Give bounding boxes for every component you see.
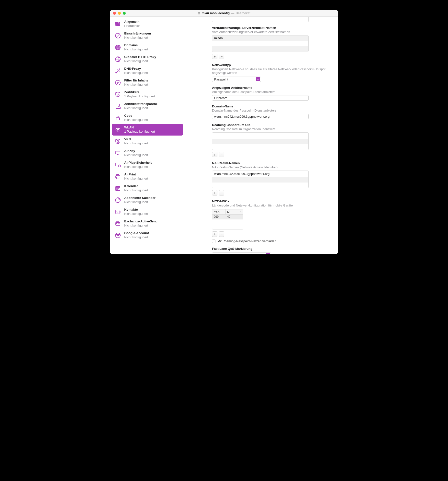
sidebar-item-code[interactable]: CodeNicht konfiguriert <box>112 112 183 124</box>
remove-button[interactable]: − <box>219 54 224 59</box>
svg-rect-23 <box>117 141 119 142</box>
list-row[interactable] <box>212 139 308 144</box>
sort-icon: ^ <box>240 211 241 213</box>
sidebar-item-exchange-activesync[interactable]: Exchange-ActiveSyncNicht konfiguriert <box>112 218 183 229</box>
sidebar-item-sub: 1 Payload konfiguriert <box>124 94 155 99</box>
list-row[interactable] <box>212 41 308 46</box>
zoom-button[interactable] <box>123 12 126 15</box>
sidebar-item-kalender[interactable]: KalenderNicht konfiguriert <box>112 183 183 194</box>
sidebar-item-filter-f-r-inhalte[interactable]: Filter für InhalteNicht konfiguriert <box>112 77 183 89</box>
section-desc: Roaming Consortium Organization Identifi… <box>212 127 332 131</box>
list-row[interactable]: misdn <box>212 35 308 41</box>
cal-sub-icon <box>114 197 121 204</box>
roaming-oi-section: Roaming Consortium OIs Roaming Consortiu… <box>212 123 332 157</box>
close-button[interactable] <box>113 12 116 15</box>
printer-icon <box>114 173 121 180</box>
svg-line-5 <box>116 34 120 37</box>
svg-rect-27 <box>116 176 120 178</box>
network-type-select[interactable]: Passpoint <box>212 77 261 82</box>
sidebar-item-sub: Nicht konfiguriert <box>124 59 156 63</box>
svg-point-33 <box>117 188 118 189</box>
list-row[interactable] <box>212 177 308 183</box>
sidebar-item-domains[interactable]: DomainsNicht konfiguriert <box>112 42 183 53</box>
content-pane[interactable]: Vertrauenswürdige Serverzertifikat-Namen… <box>185 17 338 254</box>
chevron-updown-icon <box>256 77 260 81</box>
list-row[interactable]: wlan.mnc042.mcc999.3gppnetwork.org <box>212 171 308 177</box>
section-desc: Domain-Name des Passpoint-Dienstanbieter… <box>212 109 332 112</box>
domain-name-section: Domain-Name Domain-Name des Passpoint-Di… <box>212 104 332 119</box>
sidebar-item-zertifikatstransparenz[interactable]: ZertifikatstransparenzNicht konfiguriert <box>112 100 183 112</box>
remove-button[interactable]: − <box>219 190 224 195</box>
list-row-empty[interactable] <box>212 17 308 22</box>
sidebar-item-globaler-http-proxy[interactable]: Globaler HTTP-ProxyNicht konfiguriert <box>112 53 183 65</box>
section-desc: Konfiguriert Netzwerke so, dass sie als … <box>212 67 332 75</box>
header-mnc[interactable]: M…^ <box>226 209 243 214</box>
sidebar-item-airplay[interactable]: AirPlayNicht konfiguriert <box>112 147 183 159</box>
svg-point-13 <box>119 69 120 70</box>
svg-rect-30 <box>116 186 120 191</box>
provider-name-section: Angezeigter Anbietername Anzeigename des… <box>212 86 332 101</box>
sidebar-item-sub: Nicht konfiguriert <box>124 165 152 169</box>
mccmnc-table[interactable]: MCC M…^ 999 42 <box>212 209 243 229</box>
add-button[interactable]: + <box>212 231 217 237</box>
section-desc: Anzeigename des Passpoint-Dienstanbieter… <box>212 90 332 94</box>
add-button[interactable]: + <box>212 190 217 195</box>
checkbox[interactable] <box>212 240 215 243</box>
section-desc: NAI-Realm-Namen (Network Access Identifi… <box>212 165 332 169</box>
sidebar-item-sub: Nicht konfiguriert <box>124 200 156 204</box>
table-row[interactable]: 999 42 <box>212 215 243 219</box>
nai-realm-section: NAI-Realm-Namen NAI-Realm-Namen (Network… <box>212 161 332 195</box>
sidebar-item-sub: Nicht konfiguriert <box>124 36 151 40</box>
sidebar[interactable]: AllgemeinErforderlichEinschränkungenNich… <box>110 17 185 254</box>
sidebar-item-sub: Nicht konfiguriert <box>124 153 148 157</box>
sidebar-item-zertifikate[interactable]: Zertifikate1 Payload konfiguriert <box>112 89 183 100</box>
header-mcc[interactable]: MCC <box>212 209 226 214</box>
list-row[interactable] <box>212 46 308 52</box>
fastlane-select[interactable]: QoS-Markierung nicht beschränken <box>212 252 271 254</box>
sidebar-item-abonnierte-kalender[interactable]: Abonnierte KalenderNicht konfiguriert <box>112 194 183 206</box>
svg-text:@: @ <box>119 211 121 213</box>
trusted-cert-list[interactable]: misdn <box>212 35 309 52</box>
add-button[interactable]: + <box>212 152 217 157</box>
sidebar-item-sub: Nicht konfiguriert <box>124 141 148 146</box>
list-row[interactable] <box>212 183 308 188</box>
remove-button[interactable]: − <box>219 231 224 237</box>
sidebar-item-einschr-nkungen[interactable]: EinschränkungenNicht konfiguriert <box>112 30 183 42</box>
sidebar-item-sub: 1 Payload konfiguriert <box>124 130 155 134</box>
svg-rect-21 <box>116 118 120 120</box>
sidebar-item-airplay-sicherheit[interactable]: AirPlay-SicherheitNicht konfiguriert <box>112 159 183 171</box>
button-row: + − <box>212 231 332 237</box>
button-row: + − <box>212 152 332 157</box>
list-row[interactable] <box>212 144 308 150</box>
svg-point-35 <box>116 189 117 190</box>
sidebar-item-google-account[interactable]: Google-AccountNicht konfiguriert <box>112 229 183 241</box>
domain-name-input[interactable]: wlan.mnc042.mcc999.3gppnetwork.org <box>212 114 309 119</box>
table-row[interactable] <box>212 224 243 229</box>
nai-realm-list[interactable]: wlan.mnc042.mcc999.3gppnetwork.org <box>212 171 309 188</box>
sidebar-item-allgemein[interactable]: AllgemeinErforderlich <box>112 18 183 30</box>
sidebar-item-airprint[interactable]: AirPrintNicht konfiguriert <box>112 171 183 183</box>
section-title: NAI-Realm-Namen <box>212 161 332 165</box>
sidebar-item-title: AirPrint <box>124 172 148 177</box>
remove-button[interactable]: − <box>219 152 224 157</box>
restrict-icon <box>114 32 121 39</box>
table-row[interactable] <box>212 219 243 224</box>
sidebar-item-title: Globaler HTTP-Proxy <box>124 55 156 59</box>
list-row[interactable] <box>212 133 308 139</box>
filename: miau.mobileconfig <box>202 11 230 15</box>
sidebar-item-title: Einschränkungen <box>124 32 151 36</box>
sidebar-item-sub: Nicht konfiguriert <box>124 118 148 122</box>
sidebar-item-title: Zertifikate <box>124 90 155 94</box>
button-row: + − <box>212 54 332 59</box>
google-icon <box>114 232 121 239</box>
add-button[interactable]: + <box>212 54 217 59</box>
sidebar-item-kontakte[interactable]: @KontakteNicht konfiguriert <box>112 206 183 218</box>
sidebar-item-vpn[interactable]: VPNNicht konfiguriert <box>112 136 183 147</box>
roaming-oi-list[interactable] <box>212 132 309 150</box>
sidebar-item-wlan[interactable]: WLAN1 Payload konfiguriert <box>112 124 183 136</box>
payload-list-top[interactable] <box>212 17 309 22</box>
roaming-connect-row[interactable]: Mit Roaming-Passpoint-Netzen verbinden <box>212 239 332 243</box>
minimize-button[interactable] <box>118 12 121 15</box>
sidebar-item-dns-proxy[interactable]: DNS-ProxyNicht konfiguriert <box>112 65 183 77</box>
provider-name-input[interactable]: Ottercom <box>212 95 309 101</box>
